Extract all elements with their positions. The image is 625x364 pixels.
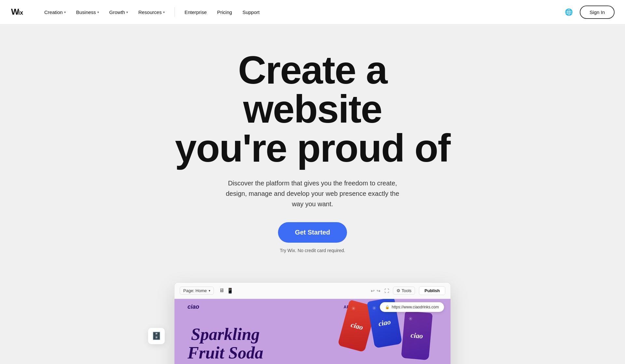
nav-item-creation[interactable]: Creation ▾: [40, 7, 70, 18]
website-preview: 🔒 https://www.ciaodrinks.com ciao ABOUT …: [174, 299, 451, 364]
chevron-down-icon: ▾: [126, 10, 128, 14]
svg-text:ix: ix: [18, 9, 23, 16]
lock-icon: 🔒: [385, 305, 390, 309]
mobile-icon[interactable]: 📱: [227, 288, 233, 294]
navbar: W ix Creation ▾ Business ▾ Growth ▾ Reso…: [0, 0, 625, 24]
hero-content: Create a website you're proud of Discove…: [166, 24, 459, 282]
tools-icon: ⚙: [396, 288, 400, 293]
language-selector-button[interactable]: 🌐: [563, 6, 575, 18]
database-icon: 🗄️: [152, 332, 161, 340]
chevron-down-icon: ▾: [163, 10, 165, 14]
redo-icon[interactable]: ↪: [377, 288, 381, 293]
undo-icon[interactable]: ↩: [371, 288, 375, 293]
hero-cta-note: Try Wix. No credit card required.: [280, 248, 345, 253]
nav-item-pricing[interactable]: Pricing: [213, 7, 237, 18]
hero-section: Create a website you're proud of Discove…: [0, 0, 625, 364]
get-started-button[interactable]: Get Started: [278, 222, 347, 243]
expand-icon[interactable]: ⛶: [384, 288, 389, 293]
hero-subtitle: Discover the platform that gives you the…: [221, 178, 404, 209]
wix-logo[interactable]: W ix: [10, 7, 29, 17]
floating-db-card: 🗄️: [148, 328, 165, 344]
device-switcher: 🖥 📱: [219, 288, 233, 294]
nav-item-enterprise[interactable]: Enterprise: [180, 7, 211, 18]
nav-item-support[interactable]: Support: [238, 7, 264, 18]
editor-history: ↩ ↪: [371, 288, 381, 293]
nav-item-growth[interactable]: Growth ▾: [105, 7, 132, 18]
chevron-down-icon: ▾: [97, 10, 99, 14]
product-cans: ✳ ciao ✳ ciao ✳ ciao: [341, 309, 431, 356]
url-bar: 🔒 https://www.ciaodrinks.com: [380, 302, 444, 312]
publish-button[interactable]: Publish: [419, 286, 445, 295]
chevron-down-icon: ▾: [209, 289, 210, 292]
website-hero-text: Sparkling Fruit Soda: [188, 325, 263, 362]
website-brand: ciao: [188, 303, 199, 310]
can-purple: ✳ ciao: [401, 311, 433, 360]
editor-toolbar: Page: Home ▾ 🖥 📱 ↩ ↪ ⛶ ⚙ Tools Publish: [174, 283, 451, 299]
editor-mockup: 🗄️ Page: Home ▾ 🖥 📱 ↩ ↪ ⛶: [174, 282, 451, 364]
editor-chrome: Page: Home ▾ 🖥 📱 ↩ ↪ ⛶ ⚙ Tools Publish: [174, 282, 451, 364]
nav-item-business[interactable]: Business ▾: [72, 7, 104, 18]
nav-links: Creation ▾ Business ▾ Growth ▾ Resources…: [40, 7, 563, 18]
sign-in-button[interactable]: Sign In: [580, 6, 615, 19]
desktop-icon[interactable]: 🖥: [219, 288, 224, 294]
hero-title: Create a website you're proud of: [173, 50, 452, 168]
tools-button[interactable]: ⚙ Tools: [393, 287, 415, 295]
nav-divider: [174, 7, 175, 17]
page-selector[interactable]: Page: Home ▾: [180, 287, 214, 295]
nav-right: 🌐 Sign In: [563, 6, 615, 19]
chevron-down-icon: ▾: [64, 10, 66, 14]
nav-item-resources[interactable]: Resources ▾: [134, 7, 169, 18]
